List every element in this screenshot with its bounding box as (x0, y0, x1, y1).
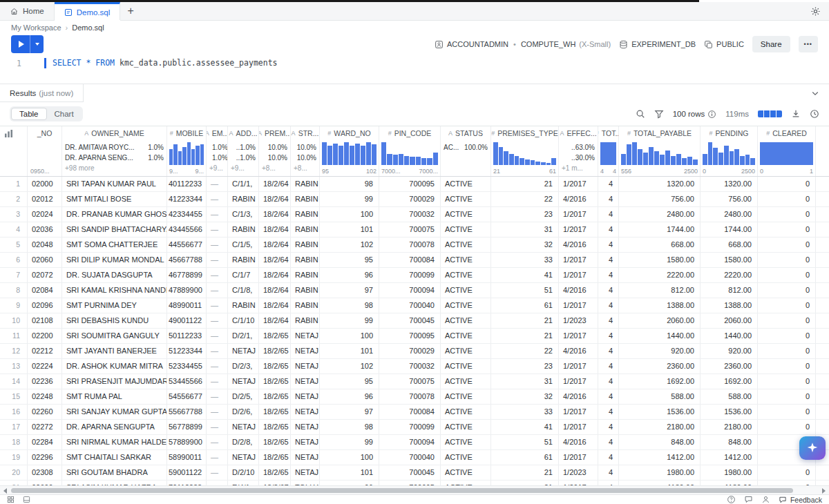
table-row[interactable]: 302024DR. PRANAB KUMAR GHOSH42334455—C/1… (0, 207, 829, 222)
cell-pin_code[interactable]: 700084 (379, 253, 441, 267)
cell-total[interactable]: 4 (598, 313, 619, 328)
cell-status[interactable]: ACTIVE (441, 207, 491, 222)
row-number[interactable]: 2 (0, 192, 28, 206)
column-header-pending[interactable]: #PENDING (701, 126, 758, 140)
cell-total_payable[interactable]: 1320.00 (619, 177, 701, 191)
cell-pin_code[interactable]: 700040 (379, 298, 441, 313)
cell-status[interactable]: ACTIVE (441, 405, 491, 419)
scrollbar-thumb[interactable] (11, 488, 793, 493)
cell-premises[interactable]: 18/2/65 (259, 465, 291, 480)
cell-effective[interactable]: 1/2017 (559, 420, 598, 434)
cell-address[interactable]: D/2/1, (228, 329, 259, 343)
cell-total[interactable]: 4 (598, 207, 619, 222)
layout-panel-icon[interactable] (23, 496, 30, 503)
cell-mobile[interactable]: 41223344 (167, 192, 207, 206)
column-stats-total_payable[interactable]: 5562500 (619, 140, 701, 176)
cell-owner_name[interactable]: SMT RUMA PAL (62, 389, 167, 404)
cell-assessee_no[interactable]: 02248 (28, 389, 62, 404)
cell-assessee_no[interactable]: 02060 (28, 253, 62, 267)
settings-gear-icon[interactable] (810, 6, 821, 17)
table-row[interactable]: 1202212SMT JAYANTI BANERJEE51223344—NETA… (0, 344, 829, 359)
cell-premises[interactable]: 18/2/64 (259, 238, 291, 252)
cell-street[interactable]: RABIN (291, 283, 320, 298)
profile-icon[interactable] (761, 495, 770, 504)
column-stats-cleared[interactable]: 01 (758, 140, 816, 176)
cell-email[interactable]: — (207, 374, 228, 389)
row-number[interactable]: 8 (0, 283, 28, 298)
cell-ward_no[interactable]: 99 (320, 313, 379, 328)
cell-status[interactable]: ACTIVE (441, 465, 491, 480)
column-header-street[interactable]: ASTR... (291, 126, 320, 140)
cell-premises[interactable]: 18/2/64 (259, 298, 291, 313)
cell-total_payable[interactable]: 2480.00 (619, 207, 701, 222)
cell-effective[interactable]: 1/2023 (559, 313, 598, 328)
cell-owner_name[interactable]: SRI SOUMITRA GANGULY (62, 329, 167, 343)
cell-email[interactable]: — (207, 450, 228, 465)
cell-premises[interactable]: 18/2/64 (259, 192, 291, 206)
cell-ward_no[interactable]: 98 (320, 298, 379, 313)
cell-premises[interactable]: 18/2/64 (259, 253, 291, 267)
cell-email[interactable]: — (207, 435, 228, 449)
cell-pin_code[interactable]: 700084 (379, 405, 441, 419)
cell-premises_type[interactable]: 33 (491, 253, 559, 267)
cell-cleared[interactable]: 0 (758, 344, 816, 358)
cell-assessee_no[interactable]: 02048 (28, 238, 62, 252)
row-number[interactable]: 19 (0, 450, 28, 465)
cell-pending[interactable]: 1388.00 (701, 298, 758, 313)
row-number[interactable]: 16 (0, 405, 28, 419)
cell-total_payable[interactable]: 1580.00 (619, 253, 701, 267)
row-number[interactable]: 20 (0, 465, 28, 480)
cell-total[interactable]: 4 (598, 420, 619, 434)
cell-assessee_no[interactable]: 02284 (28, 435, 62, 449)
column-header-premises_type[interactable]: #PREMISES_TYPE (491, 126, 559, 140)
cell-effective[interactable]: 1/2017 (559, 374, 598, 389)
cell-premises_type[interactable]: 22 (491, 344, 559, 358)
cell-street[interactable]: RABIN (291, 222, 320, 237)
cell-effective[interactable]: 4/2016 (559, 283, 598, 298)
column-header-pin_code[interactable]: #PIN_CODE (379, 126, 441, 140)
sql-code-line[interactable]: SELECT * FROMkmc_data.public.assessee_pa… (53, 58, 278, 68)
cell-street[interactable]: NETAJ (291, 405, 320, 419)
new-tab-button[interactable]: + (120, 2, 141, 20)
table-row[interactable]: 1702272DR. APARNA SENGUPTA56778899—NETAJ… (0, 420, 829, 435)
table-row[interactable]: 1802284SRI NIRMAL KUMAR HALDER57889900—D… (0, 435, 829, 450)
cell-cleared[interactable]: 0 (758, 329, 816, 343)
cell-ward_no[interactable]: 99 (320, 435, 379, 449)
cell-owner_name[interactable]: SRI DILIP KUMAR MONDAL (62, 253, 167, 267)
cell-street[interactable]: NETAJ (291, 359, 320, 374)
column-header-address[interactable]: AADD... (228, 126, 259, 140)
table-row[interactable]: 1502248SMT RUMA PAL54556677—D/2/5,18/2/6… (0, 389, 829, 405)
table-row[interactable]: 1002108SRI DEBASHIS KUNDU49001122—C/1/10… (0, 313, 829, 329)
cell-email[interactable]: — (207, 405, 228, 419)
cell-assessee_no[interactable]: 02308 (28, 465, 62, 480)
column-stats-premises[interactable]: 10.0%10.0%+8... (259, 140, 291, 176)
cell-total_payable[interactable]: 812.00 (619, 283, 701, 298)
cell-effective[interactable]: 1/2017 (559, 222, 598, 237)
cell-street[interactable]: RABIN (291, 177, 320, 191)
table-row[interactable]: 1302224DR. ASHOK KUMAR MITRA52334455—D/2… (0, 359, 829, 374)
cell-status[interactable]: ACTIVE (441, 329, 491, 343)
cell-pin_code[interactable]: 700078 (379, 389, 441, 404)
cell-pin_code[interactable]: 700075 (379, 222, 441, 237)
cell-street[interactable]: NETAJ (291, 329, 320, 343)
table-row[interactable]: 702072DR. SUJATA DASGUPTA46778899—C/1/71… (0, 268, 829, 283)
cell-status[interactable]: ACTIVE (441, 298, 491, 313)
cell-total_payable[interactable]: 588.00 (619, 389, 701, 404)
cell-ward_no[interactable]: 98 (320, 177, 379, 191)
cell-pin_code[interactable]: 700075 (379, 374, 441, 389)
cell-ward_no[interactable]: 101 (320, 344, 379, 358)
cell-status[interactable]: ACTIVE (441, 450, 491, 465)
cell-status[interactable]: ACTIVE (441, 389, 491, 404)
view-chart-button[interactable]: Chart (47, 108, 82, 120)
cell-mobile[interactable]: 43445566 (167, 222, 207, 237)
cell-street[interactable]: RABIN (291, 253, 320, 267)
cell-address[interactable]: RABIN (228, 298, 259, 313)
cell-pending[interactable]: 812.00 (701, 283, 758, 298)
cell-ward_no[interactable]: 95 (320, 374, 379, 389)
cell-cleared[interactable]: 0 (758, 207, 816, 222)
row-number[interactable]: 1 (0, 177, 28, 191)
cell-pending[interactable]: 2180.00 (701, 420, 758, 434)
info-icon[interactable] (707, 110, 716, 119)
cell-pin_code[interactable]: 700045 (379, 465, 441, 480)
cell-ward_no[interactable]: 102 (320, 359, 379, 374)
